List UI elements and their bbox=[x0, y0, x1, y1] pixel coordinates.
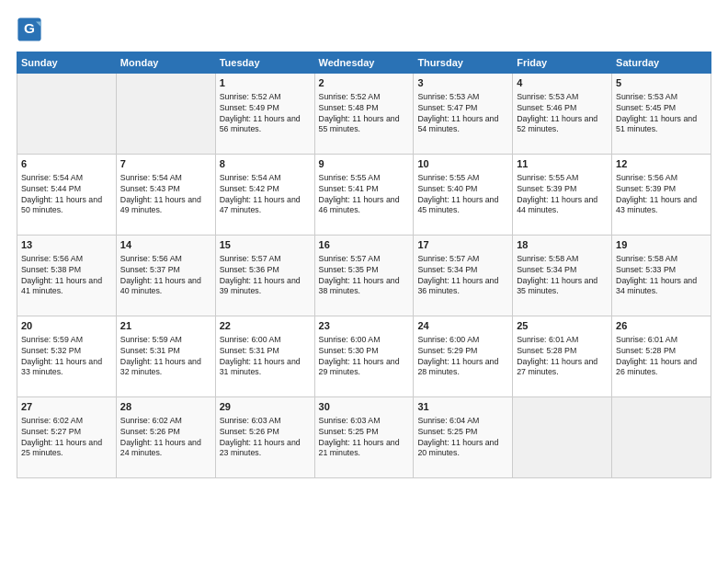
cell-info: Sunrise: 5:54 AMSunset: 5:43 PMDaylight:… bbox=[120, 173, 211, 217]
cell-info: Sunrise: 5:56 AMSunset: 5:37 PMDaylight:… bbox=[120, 254, 211, 298]
day-number: 22 bbox=[220, 319, 311, 333]
calendar-cell: 26Sunrise: 6:01 AMSunset: 5:28 PMDayligh… bbox=[612, 316, 711, 397]
cell-info: Sunrise: 5:55 AMSunset: 5:40 PMDaylight:… bbox=[417, 173, 508, 217]
calendar-cell: 24Sunrise: 6:00 AMSunset: 5:29 PMDayligh… bbox=[414, 316, 513, 397]
day-number: 16 bbox=[319, 238, 410, 252]
cell-info: Sunrise: 5:55 AMSunset: 5:39 PMDaylight:… bbox=[517, 173, 608, 217]
cell-info: Sunrise: 6:02 AMSunset: 5:27 PMDaylight:… bbox=[21, 416, 112, 460]
day-number: 5 bbox=[616, 76, 707, 90]
calendar-cell bbox=[116, 74, 215, 155]
calendar-cell: 25Sunrise: 6:01 AMSunset: 5:28 PMDayligh… bbox=[513, 316, 612, 397]
calendar-cell: 9Sunrise: 5:55 AMSunset: 5:41 PMDaylight… bbox=[314, 155, 414, 236]
cell-info: Sunrise: 6:00 AMSunset: 5:30 PMDaylight:… bbox=[319, 335, 410, 379]
day-number: 23 bbox=[319, 319, 410, 333]
calendar-cell: 18Sunrise: 5:58 AMSunset: 5:34 PMDayligh… bbox=[513, 236, 612, 316]
cell-info: Sunrise: 5:59 AMSunset: 5:32 PMDaylight:… bbox=[21, 335, 112, 379]
week-row-0: 1Sunrise: 5:52 AMSunset: 5:49 PMDaylight… bbox=[17, 74, 711, 155]
day-number: 17 bbox=[417, 238, 508, 252]
day-number: 27 bbox=[21, 400, 112, 414]
day-number: 31 bbox=[417, 400, 508, 414]
calendar-cell: 15Sunrise: 5:57 AMSunset: 5:36 PMDayligh… bbox=[215, 236, 314, 316]
calendar-cell: 27Sunrise: 6:02 AMSunset: 5:27 PMDayligh… bbox=[17, 397, 117, 478]
calendar-table: SundayMondayTuesdayWednesdayThursdayFrid… bbox=[17, 52, 711, 478]
weekday-header-sunday: Sunday bbox=[17, 52, 117, 74]
calendar-cell bbox=[17, 74, 117, 155]
cell-info: Sunrise: 6:00 AMSunset: 5:31 PMDaylight:… bbox=[220, 335, 311, 379]
week-row-3: 20Sunrise: 5:59 AMSunset: 5:32 PMDayligh… bbox=[17, 316, 711, 397]
day-number: 13 bbox=[21, 238, 112, 252]
weekday-header-row: SundayMondayTuesdayWednesdayThursdayFrid… bbox=[17, 52, 711, 74]
day-number: 18 bbox=[517, 238, 608, 252]
calendar-cell: 8Sunrise: 5:54 AMSunset: 5:42 PMDaylight… bbox=[215, 155, 314, 236]
calendar-cell: 11Sunrise: 5:55 AMSunset: 5:39 PMDayligh… bbox=[513, 155, 612, 236]
cell-info: Sunrise: 5:53 AMSunset: 5:47 PMDaylight:… bbox=[417, 92, 508, 136]
day-number: 30 bbox=[319, 400, 410, 414]
day-number: 24 bbox=[417, 319, 508, 333]
calendar-page: G SundayMondayTuesdayWednesdayThursdayFr… bbox=[0, 0, 728, 563]
weekday-header-thursday: Thursday bbox=[414, 52, 513, 74]
day-number: 25 bbox=[517, 319, 608, 333]
weekday-header-monday: Monday bbox=[116, 52, 215, 74]
calendar-cell: 20Sunrise: 5:59 AMSunset: 5:32 PMDayligh… bbox=[17, 316, 117, 397]
calendar-cell: 29Sunrise: 6:03 AMSunset: 5:26 PMDayligh… bbox=[215, 397, 314, 478]
cell-info: Sunrise: 6:00 AMSunset: 5:29 PMDaylight:… bbox=[417, 335, 508, 379]
weekday-header-saturday: Saturday bbox=[612, 52, 711, 74]
weekday-header-wednesday: Wednesday bbox=[314, 52, 414, 74]
cell-info: Sunrise: 5:57 AMSunset: 5:35 PMDaylight:… bbox=[319, 254, 410, 298]
calendar-cell: 19Sunrise: 5:58 AMSunset: 5:33 PMDayligh… bbox=[612, 236, 711, 316]
weekday-header-friday: Friday bbox=[513, 52, 612, 74]
cell-info: Sunrise: 6:01 AMSunset: 5:28 PMDaylight:… bbox=[517, 335, 608, 379]
day-number: 4 bbox=[517, 76, 608, 90]
calendar-cell: 21Sunrise: 5:59 AMSunset: 5:31 PMDayligh… bbox=[116, 316, 215, 397]
cell-info: Sunrise: 5:57 AMSunset: 5:34 PMDaylight:… bbox=[417, 254, 508, 298]
day-number: 20 bbox=[21, 319, 112, 333]
calendar-cell: 17Sunrise: 5:57 AMSunset: 5:34 PMDayligh… bbox=[414, 236, 513, 316]
day-number: 12 bbox=[616, 157, 707, 171]
calendar-cell: 16Sunrise: 5:57 AMSunset: 5:35 PMDayligh… bbox=[314, 236, 414, 316]
calendar-cell: 23Sunrise: 6:00 AMSunset: 5:30 PMDayligh… bbox=[314, 316, 414, 397]
day-number: 29 bbox=[220, 400, 311, 414]
calendar-body: 1Sunrise: 5:52 AMSunset: 5:49 PMDaylight… bbox=[17, 74, 711, 478]
svg-text:G: G bbox=[24, 20, 35, 36]
calendar-cell: 1Sunrise: 5:52 AMSunset: 5:49 PMDaylight… bbox=[215, 74, 314, 155]
calendar-cell: 12Sunrise: 5:56 AMSunset: 5:39 PMDayligh… bbox=[612, 155, 711, 236]
calendar-cell: 7Sunrise: 5:54 AMSunset: 5:43 PMDaylight… bbox=[116, 155, 215, 236]
cell-info: Sunrise: 5:58 AMSunset: 5:34 PMDaylight:… bbox=[517, 254, 608, 298]
cell-info: Sunrise: 6:03 AMSunset: 5:26 PMDaylight:… bbox=[220, 416, 311, 460]
calendar-cell: 14Sunrise: 5:56 AMSunset: 5:37 PMDayligh… bbox=[116, 236, 215, 316]
cell-info: Sunrise: 6:01 AMSunset: 5:28 PMDaylight:… bbox=[616, 335, 707, 379]
day-number: 19 bbox=[616, 238, 707, 252]
cell-info: Sunrise: 5:54 AMSunset: 5:44 PMDaylight:… bbox=[21, 173, 112, 217]
cell-info: Sunrise: 6:02 AMSunset: 5:26 PMDaylight:… bbox=[120, 416, 211, 460]
weekday-header-tuesday: Tuesday bbox=[215, 52, 314, 74]
calendar-cell: 28Sunrise: 6:02 AMSunset: 5:26 PMDayligh… bbox=[116, 397, 215, 478]
week-row-4: 27Sunrise: 6:02 AMSunset: 5:27 PMDayligh… bbox=[17, 397, 711, 478]
cell-info: Sunrise: 5:56 AMSunset: 5:39 PMDaylight:… bbox=[616, 173, 707, 217]
day-number: 9 bbox=[319, 157, 410, 171]
cell-info: Sunrise: 5:56 AMSunset: 5:38 PMDaylight:… bbox=[21, 254, 112, 298]
cell-info: Sunrise: 5:53 AMSunset: 5:45 PMDaylight:… bbox=[616, 92, 707, 136]
calendar-cell: 6Sunrise: 5:54 AMSunset: 5:44 PMDaylight… bbox=[17, 155, 117, 236]
day-number: 6 bbox=[21, 157, 112, 171]
calendar-cell: 5Sunrise: 5:53 AMSunset: 5:45 PMDaylight… bbox=[612, 74, 711, 155]
cell-info: Sunrise: 5:52 AMSunset: 5:48 PMDaylight:… bbox=[319, 92, 410, 136]
calendar-cell: 2Sunrise: 5:52 AMSunset: 5:48 PMDaylight… bbox=[314, 74, 414, 155]
cell-info: Sunrise: 5:58 AMSunset: 5:33 PMDaylight:… bbox=[616, 254, 707, 298]
calendar-cell: 10Sunrise: 5:55 AMSunset: 5:40 PMDayligh… bbox=[414, 155, 513, 236]
cell-info: Sunrise: 6:03 AMSunset: 5:25 PMDaylight:… bbox=[319, 416, 410, 460]
calendar-cell: 13Sunrise: 5:56 AMSunset: 5:38 PMDayligh… bbox=[17, 236, 117, 316]
week-row-2: 13Sunrise: 5:56 AMSunset: 5:38 PMDayligh… bbox=[17, 236, 711, 316]
cell-info: Sunrise: 5:54 AMSunset: 5:42 PMDaylight:… bbox=[220, 173, 311, 217]
calendar-cell: 22Sunrise: 6:00 AMSunset: 5:31 PMDayligh… bbox=[215, 316, 314, 397]
day-number: 15 bbox=[220, 238, 311, 252]
day-number: 11 bbox=[517, 157, 608, 171]
day-number: 28 bbox=[120, 400, 211, 414]
week-row-1: 6Sunrise: 5:54 AMSunset: 5:44 PMDaylight… bbox=[17, 155, 711, 236]
day-number: 21 bbox=[120, 319, 211, 333]
day-number: 10 bbox=[417, 157, 508, 171]
day-number: 2 bbox=[319, 76, 410, 90]
calendar-cell: 3Sunrise: 5:53 AMSunset: 5:47 PMDaylight… bbox=[414, 74, 513, 155]
calendar-cell bbox=[513, 397, 612, 478]
cell-info: Sunrise: 5:57 AMSunset: 5:36 PMDaylight:… bbox=[220, 254, 311, 298]
calendar-cell: 30Sunrise: 6:03 AMSunset: 5:25 PMDayligh… bbox=[314, 397, 414, 478]
